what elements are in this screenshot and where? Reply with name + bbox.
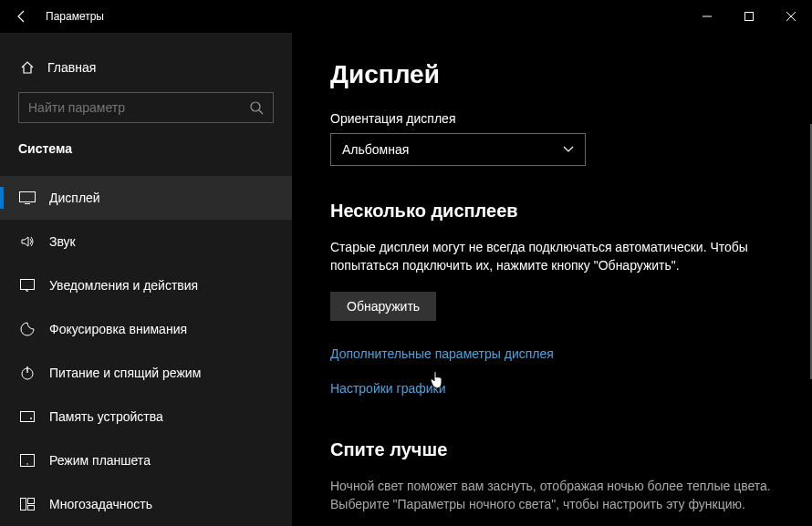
arrow-left-icon xyxy=(15,9,29,24)
close-button[interactable] xyxy=(770,0,812,33)
multi-display-desc: Старые дисплеи могут не всегда подключат… xyxy=(330,238,774,275)
notifications-icon xyxy=(18,279,36,292)
svg-point-14 xyxy=(26,463,28,465)
nav-item-focus[interactable]: Фокусировка внимания xyxy=(0,307,292,351)
sound-icon xyxy=(18,234,36,249)
close-icon xyxy=(786,12,796,21)
power-icon xyxy=(18,366,36,380)
titlebar: Параметры xyxy=(0,0,812,33)
multitasking-icon xyxy=(18,498,36,511)
page-title: Дисплей xyxy=(330,60,774,89)
sleep-desc: Ночной свет поможет вам заснуть, отображ… xyxy=(330,477,774,514)
svg-point-4 xyxy=(251,102,260,111)
svg-rect-17 xyxy=(28,506,35,511)
minimize-button[interactable] xyxy=(686,0,728,33)
nav-item-display[interactable]: Дисплей xyxy=(0,176,292,220)
chevron-down-icon xyxy=(563,146,574,153)
svg-rect-15 xyxy=(21,499,26,511)
nav-item-storage[interactable]: Память устройства xyxy=(0,395,292,438)
home-icon xyxy=(18,60,36,75)
svg-rect-6 xyxy=(20,192,36,202)
nav-item-label: Память устройства xyxy=(49,409,163,424)
search-icon xyxy=(249,100,264,115)
nav-item-label: Уведомления и действия xyxy=(49,278,198,293)
multi-display-heading: Несколько дисплеев xyxy=(330,201,774,222)
section-title: Система xyxy=(0,141,292,156)
detect-button[interactable]: Обнаружить xyxy=(330,292,436,321)
svg-line-5 xyxy=(259,110,263,114)
svg-rect-11 xyxy=(21,412,35,422)
orientation-label: Ориентация дисплея xyxy=(330,111,774,126)
focus-icon xyxy=(18,322,36,336)
sleep-heading: Спите лучше xyxy=(330,439,774,460)
scrollbar[interactable] xyxy=(807,33,812,526)
svg-point-12 xyxy=(30,418,32,419)
svg-rect-8 xyxy=(21,280,35,290)
home-label: Главная xyxy=(47,60,96,75)
window-title: Параметры xyxy=(46,10,104,23)
search-input[interactable] xyxy=(28,100,249,115)
orientation-value: Альбомная xyxy=(342,142,563,157)
content-pane: Дисплей Ориентация дисплея Альбомная Нес… xyxy=(292,33,812,526)
nav-item-notifications[interactable]: Уведомления и действия xyxy=(0,263,292,307)
search-input-wrap[interactable] xyxy=(18,92,274,123)
nav-item-power[interactable]: Питание и спящий режим xyxy=(0,351,292,395)
nav-item-label: Многозадачность xyxy=(49,497,152,511)
nav-item-label: Дисплей xyxy=(49,191,100,205)
nav-item-multitasking[interactable]: Многозадачность xyxy=(0,482,292,526)
advanced-display-link[interactable]: Дополнительные параметры дисплея xyxy=(330,346,774,361)
nav-item-tablet[interactable]: Режим планшета xyxy=(0,438,292,482)
display-icon xyxy=(18,191,36,204)
home-link[interactable]: Главная xyxy=(0,58,292,76)
svg-rect-1 xyxy=(745,13,754,21)
tablet-icon xyxy=(18,454,36,467)
storage-icon xyxy=(18,411,36,422)
nav-item-sound[interactable]: Звук xyxy=(0,220,292,263)
sidebar: Главная Система Дисплей Звук xyxy=(0,33,292,526)
orientation-select[interactable]: Альбомная xyxy=(330,133,586,166)
maximize-icon xyxy=(744,12,754,21)
nav-item-label: Звук xyxy=(49,234,76,249)
nav-list: Дисплей Звук Уведомления и действия Фоку… xyxy=(0,176,292,526)
nav-item-label: Питание и спящий режим xyxy=(49,366,201,380)
maximize-button[interactable] xyxy=(728,0,770,33)
back-button[interactable] xyxy=(0,0,44,33)
svg-rect-16 xyxy=(28,499,35,504)
nav-item-label: Фокусировка внимания xyxy=(49,322,187,336)
nav-item-label: Режим планшета xyxy=(49,453,151,468)
graphics-settings-link[interactable]: Настройки графики xyxy=(330,381,774,396)
minimize-icon xyxy=(703,12,712,21)
